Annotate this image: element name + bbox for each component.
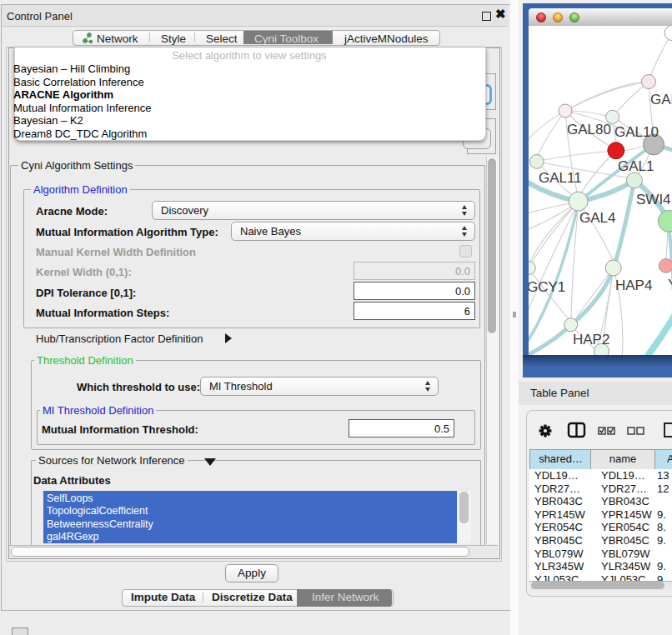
svg-text:SWI4: SWI4 xyxy=(636,192,671,208)
svg-text:HAP4: HAP4 xyxy=(615,278,652,293)
svg-text:GCY1: GCY1 xyxy=(529,279,565,295)
svg-text:GAL1: GAL1 xyxy=(618,158,654,174)
svg-text:Y: Y xyxy=(668,277,672,292)
svg-text:GAL10: GAL10 xyxy=(614,124,659,140)
svg-text:GAL: GAL xyxy=(650,92,672,108)
svg-text:GAL80: GAL80 xyxy=(567,122,611,138)
svg-text:HAP2: HAP2 xyxy=(573,332,609,348)
svg-text:GAL11: GAL11 xyxy=(539,170,582,186)
svg-text:GAL4: GAL4 xyxy=(579,210,615,226)
